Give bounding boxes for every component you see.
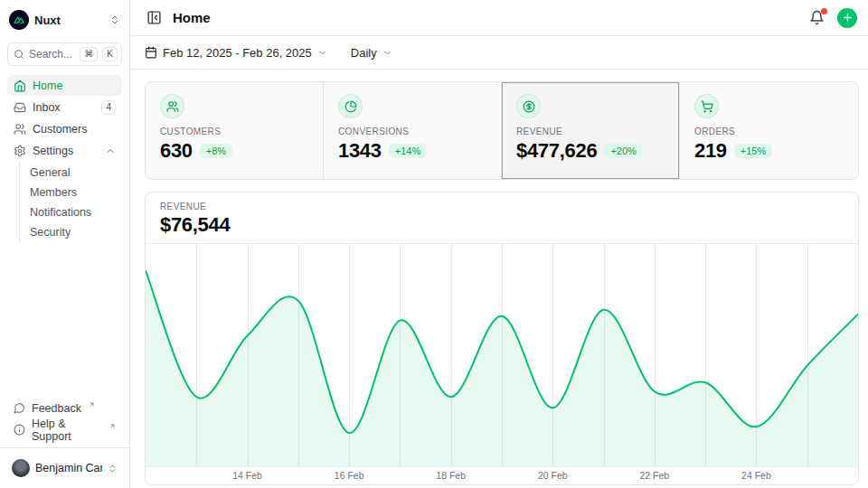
revenue-chart-svg xyxy=(146,244,858,466)
circle-dollar-icon xyxy=(516,94,541,118)
chart-header: REVENUE $76,544 xyxy=(146,192,858,244)
x-axis-tick: 14 Feb xyxy=(232,470,262,481)
revenue-area xyxy=(146,271,858,467)
feedback-link[interactable]: Feedback xyxy=(7,398,122,418)
workspace-switcher[interactable]: Nuxt xyxy=(7,9,122,31)
sidebar-item-label: Settings xyxy=(33,145,73,157)
header-actions xyxy=(807,8,857,28)
page-header: Home xyxy=(130,0,868,36)
user-name: Benjamin Canac xyxy=(35,462,102,474)
settings-submenu: General Members Notifications Security xyxy=(19,163,122,242)
plus-icon xyxy=(842,12,854,23)
users-icon xyxy=(160,94,184,118)
chart-metric-label: REVENUE xyxy=(160,202,844,211)
app-window: Nuxt Search... ⌘ K Home xyxy=(0,0,868,488)
inbox-icon xyxy=(14,101,26,114)
chart-metric-value: $76,544 xyxy=(160,213,844,237)
search-input[interactable]: Search... ⌘ K xyxy=(7,42,122,66)
message-circle-icon xyxy=(14,402,25,414)
gear-icon xyxy=(14,145,26,157)
user-menu[interactable]: Benjamin Canac xyxy=(7,455,122,481)
search-placeholder: Search... xyxy=(29,48,75,61)
help-support-link[interactable]: Help & Support xyxy=(7,419,122,440)
stat-value: 630 xyxy=(160,139,193,163)
sidebar-item-settings[interactable]: Settings xyxy=(7,140,122,161)
stat-delta-badge: +8% xyxy=(200,144,232,158)
stat-value: 219 xyxy=(694,139,727,163)
granularity-select[interactable]: Daily xyxy=(351,46,392,60)
calendar-icon xyxy=(145,46,157,59)
revenue-chart-card: REVENUE $76,544 14 Feb16 Feb18 Feb20 Feb… xyxy=(145,192,859,485)
stat-delta-badge: +20% xyxy=(604,144,642,158)
filters-toolbar: Feb 12, 2025 - Feb 26, 2025 Daily xyxy=(130,36,868,70)
home-icon xyxy=(14,80,26,92)
panel-left-close-icon xyxy=(146,10,162,25)
stat-label: ORDERS xyxy=(694,127,844,136)
external-link-icon xyxy=(89,401,95,408)
x-axis: 14 Feb16 Feb18 Feb20 Feb22 Feb24 Feb xyxy=(146,467,858,484)
users-icon xyxy=(14,123,26,136)
main-area: Home Feb 12, 2 xyxy=(130,0,868,488)
sidebar-item-members[interactable]: Members xyxy=(30,183,122,202)
page-title: Home xyxy=(173,10,211,25)
sidebar-item-label: Inbox xyxy=(33,101,61,114)
info-icon xyxy=(14,424,25,436)
sidebar-item-general[interactable]: General xyxy=(30,163,122,183)
stat-card-revenue[interactable]: REVENUE $477,626 +20% xyxy=(502,82,680,179)
chevrons-up-down-icon xyxy=(108,464,118,474)
cart-icon xyxy=(694,94,719,118)
collapse-sidebar-button[interactable] xyxy=(145,8,164,27)
sidebar: Nuxt Search... ⌘ K Home xyxy=(0,0,130,488)
chevron-down-icon xyxy=(317,48,327,58)
nuxt-logo-icon xyxy=(9,10,29,30)
x-axis-tick: 22 Feb xyxy=(639,470,669,481)
dashboard-content: CUSTOMERS 630 +8% CONVERSIONS 1343 +14% xyxy=(130,70,868,488)
k-kbd: K xyxy=(102,47,118,61)
chevron-up-icon xyxy=(105,145,116,156)
search-icon xyxy=(14,49,24,60)
stat-card-conversions[interactable]: CONVERSIONS 1343 +14% xyxy=(324,82,502,179)
sidebar-item-inbox[interactable]: Inbox 4 xyxy=(7,97,122,117)
add-button[interactable] xyxy=(837,8,857,28)
stat-delta-badge: +15% xyxy=(734,144,772,158)
stat-value: $477,626 xyxy=(516,139,597,163)
feedback-label: Feedback xyxy=(32,402,81,415)
sidebar-footer-links: Feedback Help & Support xyxy=(7,398,122,440)
sidebar-divider xyxy=(0,447,129,448)
workspace-name: Nuxt xyxy=(34,14,104,27)
sidebar-item-label: Home xyxy=(33,80,62,92)
sidebar-nav: Home Inbox 4 Customers Settings xyxy=(7,75,122,242)
sidebar-item-label: Customers xyxy=(33,123,87,136)
stat-label: CUSTOMERS xyxy=(160,127,308,136)
stat-card-orders[interactable]: ORDERS 219 +15% xyxy=(680,82,858,179)
date-range-value: Feb 12, 2025 - Feb 26, 2025 xyxy=(163,46,312,60)
sidebar-spacer xyxy=(7,242,122,398)
x-axis-tick: 16 Feb xyxy=(335,470,364,481)
granularity-value: Daily xyxy=(351,46,377,60)
stat-card-customers[interactable]: CUSTOMERS 630 +8% xyxy=(146,82,324,179)
notification-dot xyxy=(821,8,827,14)
stat-value: 1343 xyxy=(338,139,382,163)
inbox-count-badge: 4 xyxy=(101,100,116,115)
date-range-picker[interactable]: Feb 12, 2025 - Feb 26, 2025 xyxy=(145,46,327,60)
x-axis-tick: 24 Feb xyxy=(741,470,771,481)
x-axis-tick: 20 Feb xyxy=(538,470,568,481)
chevrons-up-down-icon xyxy=(109,14,120,25)
sidebar-item-notifications[interactable]: Notifications xyxy=(30,202,122,222)
command-kbd: ⌘ xyxy=(80,47,98,61)
stat-delta-badge: +14% xyxy=(389,144,427,158)
external-link-icon xyxy=(109,423,116,429)
sidebar-item-home[interactable]: Home xyxy=(7,75,122,96)
sidebar-item-customers[interactable]: Customers xyxy=(7,118,122,139)
chevron-down-icon xyxy=(382,48,392,58)
chart-pie-icon xyxy=(338,94,363,118)
chart-plot-area xyxy=(146,244,858,467)
notifications-button[interactable] xyxy=(807,8,826,27)
help-support-label: Help & Support xyxy=(32,418,102,443)
stat-label: CONVERSIONS xyxy=(338,127,486,136)
x-axis-tick: 18 Feb xyxy=(436,470,466,481)
stats-row: CUSTOMERS 630 +8% CONVERSIONS 1343 +14% xyxy=(145,81,859,180)
stat-label: REVENUE xyxy=(516,127,665,136)
sidebar-item-security[interactable]: Security xyxy=(30,222,122,242)
avatar xyxy=(12,459,30,477)
